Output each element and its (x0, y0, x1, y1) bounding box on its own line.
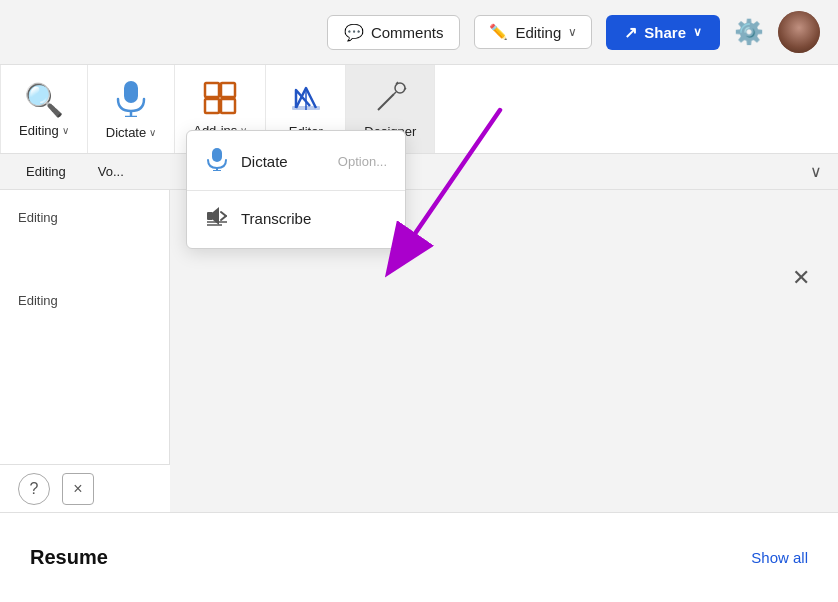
help-close-bar: ? × (0, 464, 170, 512)
svg-point-9 (395, 83, 405, 93)
svg-line-13 (394, 92, 396, 94)
avatar-image (778, 11, 820, 53)
find-chevron-icon: ∨ (62, 125, 69, 136)
close-icon: × (73, 480, 82, 498)
dictate-label: Dictate (106, 125, 146, 140)
microphone-icon (114, 79, 148, 121)
comments-label: Comments (371, 24, 444, 41)
designer-icon (372, 80, 408, 120)
ribbon-item-dictate[interactable]: Dictate ∨ (88, 65, 175, 153)
options-hint: Option... (338, 154, 387, 169)
pencil-icon: ✏️ (489, 23, 508, 41)
ribbon-item-find[interactable]: 🔍 Editing ∨ (0, 65, 88, 153)
svg-line-20 (221, 216, 226, 220)
dictate-menu-label: Dictate (241, 153, 288, 170)
svg-rect-14 (212, 148, 222, 162)
addins-icon (203, 81, 237, 119)
share-icon: ↗ (624, 23, 637, 42)
editing-label: Editing (515, 24, 561, 41)
svg-rect-17 (207, 212, 213, 220)
find-label: Editing (19, 123, 59, 138)
share-chevron-icon: ∨ (693, 25, 702, 39)
svg-rect-6 (221, 99, 235, 113)
comments-button[interactable]: 💬 Comments (327, 15, 461, 50)
panel-close-icon[interactable]: ✕ (792, 265, 810, 291)
settings-icon[interactable]: ⚙️ (734, 18, 764, 46)
dictate-dropdown: Dictate Option... Transcribe (186, 130, 406, 249)
help-icon: ? (30, 480, 39, 498)
find-icon: 🔍 (24, 81, 64, 119)
svg-rect-5 (205, 99, 219, 113)
sidebar-label-editing1: Editing (0, 206, 76, 229)
editor-icon (288, 80, 324, 120)
svg-rect-3 (205, 83, 219, 97)
svg-line-10 (378, 94, 394, 110)
bottom-panel: Resume Show all (0, 512, 838, 602)
dictate-chevron-icon: ∨ (149, 127, 156, 138)
transcribe-menu-label: Transcribe (241, 210, 311, 227)
sidebar-label-editing2: Editing (0, 289, 76, 312)
dropdown-dictate[interactable]: Dictate Option... (187, 137, 405, 186)
row2-vo[interactable]: Vo... (92, 162, 130, 181)
comments-icon: 💬 (344, 23, 364, 42)
transcribe-menu-icon (205, 205, 229, 232)
ribbon-row2: Editing Vo... ∨ (0, 154, 838, 190)
close-button[interactable]: × (62, 473, 94, 505)
help-button[interactable]: ? (18, 473, 50, 505)
dictate-menu-icon (205, 147, 229, 176)
resume-label: Resume (30, 546, 108, 569)
svg-rect-4 (221, 83, 235, 97)
ribbon: 🔍 Editing ∨ Dictate ∨ (0, 64, 838, 154)
show-all-button[interactable]: Show all (751, 549, 808, 566)
top-bar: 💬 Comments ✏️ Editing ∨ ↗ Share ∨ ⚙️ (0, 0, 838, 64)
dropdown-divider (187, 190, 405, 191)
editing-chevron-icon: ∨ (568, 25, 577, 39)
ribbon-collapse-icon[interactable]: ∨ (810, 162, 822, 181)
svg-rect-0 (124, 81, 138, 103)
avatar[interactable] (778, 11, 820, 53)
share-button[interactable]: ↗ Share ∨ (606, 15, 720, 50)
share-label: Share (644, 24, 686, 41)
editing-button[interactable]: ✏️ Editing ∨ (474, 15, 592, 49)
row2-editing[interactable]: Editing (20, 162, 72, 181)
dropdown-transcribe[interactable]: Transcribe (187, 195, 405, 242)
